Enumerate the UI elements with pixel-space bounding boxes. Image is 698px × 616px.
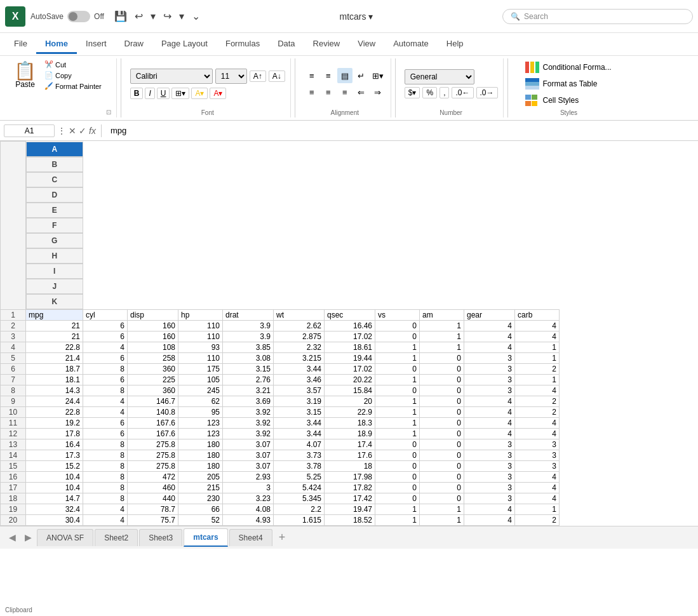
- table-cell[interactable]: 0: [420, 396, 464, 406]
- table-cell[interactable]: 1: [375, 374, 420, 385]
- font-color-button[interactable]: A▾: [210, 88, 226, 99]
- table-cell[interactable]: hp: [178, 309, 223, 320]
- table-cell[interactable]: 15.84: [325, 385, 375, 396]
- tab-formulas[interactable]: Formulas: [217, 35, 269, 54]
- autosave-toggle[interactable]: [67, 11, 90, 22]
- table-cell[interactable]: 2.76: [223, 374, 274, 385]
- table-cell[interactable]: 3.15: [223, 363, 274, 374]
- font-family-select[interactable]: Calibri: [130, 69, 213, 84]
- table-cell[interactable]: 0: [375, 482, 420, 493]
- table-cell[interactable]: 2: [515, 396, 560, 406]
- table-cell[interactable]: 18.1: [26, 374, 83, 385]
- table-cell[interactable]: 93: [178, 342, 223, 352]
- table-cell[interactable]: 8: [83, 363, 128, 374]
- table-cell[interactable]: 4: [83, 504, 128, 514]
- indent-increase-button[interactable]: ⇒: [370, 84, 386, 100]
- table-cell[interactable]: 1.615: [274, 514, 325, 525]
- table-cell[interactable]: 1: [375, 406, 420, 417]
- table-cell[interactable]: 1: [420, 504, 464, 514]
- table-cell[interactable]: 0: [420, 352, 464, 363]
- table-cell[interactable]: 3: [464, 493, 515, 504]
- table-cell[interactable]: wt: [274, 309, 325, 320]
- table-cell[interactable]: 0: [375, 363, 420, 374]
- tab-view[interactable]: View: [349, 35, 384, 54]
- table-cell[interactable]: 167.6: [128, 417, 178, 428]
- table-cell[interactable]: 8: [83, 450, 128, 460]
- table-cell[interactable]: 8: [83, 385, 128, 396]
- undo-icon[interactable]: ↩: [132, 9, 145, 23]
- col-header-I[interactable]: I: [26, 264, 83, 279]
- table-cell[interactable]: 6: [83, 352, 128, 363]
- table-cell[interactable]: 8: [83, 471, 128, 482]
- formula-confirm-icon[interactable]: ✓: [79, 126, 86, 136]
- table-cell[interactable]: 4: [83, 514, 128, 525]
- table-cell[interactable]: 95: [178, 406, 223, 417]
- table-cell[interactable]: 460: [128, 482, 178, 493]
- table-cell[interactable]: 4.08: [223, 504, 274, 514]
- table-cell[interactable]: 275.8: [128, 450, 178, 460]
- table-cell[interactable]: 1: [375, 352, 420, 363]
- table-cell[interactable]: 22.8: [26, 342, 83, 352]
- table-cell[interactable]: 4: [515, 482, 560, 493]
- table-cell[interactable]: 108: [128, 342, 178, 352]
- table-cell[interactable]: 140.8: [128, 406, 178, 417]
- table-cell[interactable]: 6: [83, 320, 128, 331]
- table-cell[interactable]: disp: [128, 309, 178, 320]
- fill-color-button[interactable]: A▾: [191, 88, 208, 99]
- table-cell[interactable]: 0: [420, 428, 464, 439]
- table-cell[interactable]: 3.19: [274, 396, 325, 406]
- table-cell[interactable]: 15.2: [26, 460, 83, 471]
- table-cell[interactable]: 2.2: [274, 504, 325, 514]
- table-cell[interactable]: 4: [515, 417, 560, 428]
- redo-icon[interactable]: ↪: [161, 9, 174, 23]
- table-cell[interactable]: 5.345: [274, 493, 325, 504]
- col-header-G[interactable]: G: [26, 233, 83, 248]
- table-cell[interactable]: 3: [464, 374, 515, 385]
- table-cell[interactable]: 0: [420, 406, 464, 417]
- table-cell[interactable]: mpg: [26, 309, 83, 320]
- table-cell[interactable]: 0: [375, 460, 420, 471]
- col-header-K[interactable]: K: [26, 294, 83, 309]
- table-cell[interactable]: 1: [375, 504, 420, 514]
- table-cell[interactable]: 2.62: [274, 320, 325, 331]
- col-header-E[interactable]: E: [26, 203, 83, 218]
- decrease-decimal-button[interactable]: .0←: [452, 87, 473, 98]
- table-cell[interactable]: 3: [464, 363, 515, 374]
- table-cell[interactable]: 0: [375, 331, 420, 342]
- table-cell[interactable]: 4: [83, 406, 128, 417]
- table-cell[interactable]: 4.93: [223, 514, 274, 525]
- table-cell[interactable]: 3: [464, 460, 515, 471]
- table-cell[interactable]: 6: [83, 428, 128, 439]
- table-cell[interactable]: 4: [83, 396, 128, 406]
- tab-file[interactable]: File: [5, 35, 36, 54]
- wrap-text-button[interactable]: ↵: [354, 68, 369, 83]
- table-cell[interactable]: 3.08: [223, 352, 274, 363]
- table-cell[interactable]: 1: [420, 514, 464, 525]
- table-cell[interactable]: 2: [515, 514, 560, 525]
- table-cell[interactable]: 3.44: [274, 417, 325, 428]
- table-cell[interactable]: 4: [464, 428, 515, 439]
- table-cell[interactable]: 205: [178, 471, 223, 482]
- sheet-tab-sheet4[interactable]: Sheet4: [229, 529, 272, 546]
- table-cell[interactable]: 16.46: [325, 320, 375, 331]
- table-cell[interactable]: 5.424: [274, 482, 325, 493]
- align-left-button[interactable]: ≡: [304, 84, 319, 100]
- table-cell[interactable]: 3: [223, 482, 274, 493]
- table-cell[interactable]: 4: [515, 493, 560, 504]
- table-cell[interactable]: 21: [26, 331, 83, 342]
- conditional-format-button[interactable]: Conditional Forma...: [521, 60, 617, 75]
- table-cell[interactable]: 123: [178, 417, 223, 428]
- table-cell[interactable]: 3: [464, 439, 515, 450]
- table-cell[interactable]: carb: [515, 309, 560, 320]
- table-cell[interactable]: 3.92: [223, 417, 274, 428]
- table-cell[interactable]: 17.8: [26, 428, 83, 439]
- table-cell[interactable]: 8: [83, 482, 128, 493]
- table-cell[interactable]: am: [420, 309, 464, 320]
- table-cell[interactable]: 1: [375, 396, 420, 406]
- table-cell[interactable]: 19.2: [26, 417, 83, 428]
- table-cell[interactable]: 225: [128, 374, 178, 385]
- table-cell[interactable]: 3.85: [223, 342, 274, 352]
- table-cell[interactable]: 19.44: [325, 352, 375, 363]
- table-cell[interactable]: 110: [178, 331, 223, 342]
- table-cell[interactable]: 160: [128, 331, 178, 342]
